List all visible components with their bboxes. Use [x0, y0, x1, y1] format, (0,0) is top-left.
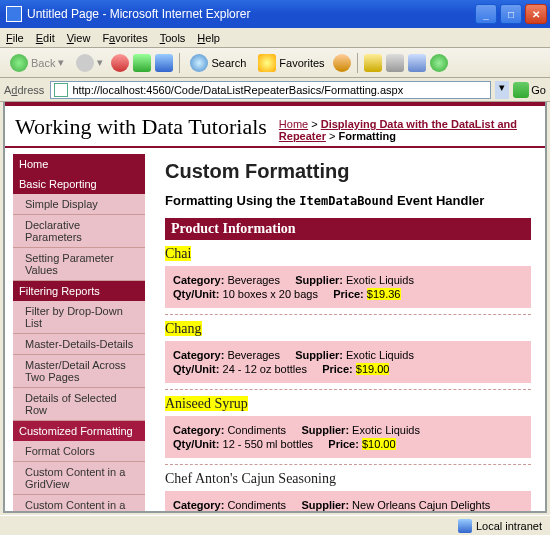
- site-title: Working with Data Tutorials: [15, 114, 267, 140]
- window-buttons: _ □ ✕: [475, 4, 550, 24]
- star-icon: [258, 54, 276, 72]
- menu-tools[interactable]: Tools: [160, 32, 186, 44]
- url-text: http://localhost:4560/Code/DataListRepea…: [72, 84, 403, 96]
- back-button[interactable]: Back ▾: [6, 52, 68, 74]
- url-input[interactable]: http://localhost:4560/Code/DataListRepea…: [50, 81, 491, 99]
- edit-icon[interactable]: [408, 54, 426, 72]
- product-details: Category: Beverages Supplier: Exotic Liq…: [165, 341, 531, 383]
- zone-icon: [458, 519, 472, 533]
- sidebar-nav: HomeBasic ReportingSimple DisplayDeclara…: [5, 148, 145, 513]
- url-dropdown-icon[interactable]: ▾: [495, 81, 509, 99]
- window-titlebar: Untitled Page - Microsoft Internet Explo…: [0, 0, 550, 28]
- back-label: Back: [31, 57, 55, 69]
- separator: [179, 53, 180, 73]
- print-icon[interactable]: [386, 54, 404, 72]
- search-label: Search: [211, 57, 246, 69]
- sidebar-item[interactable]: Custom Content in a GridView: [13, 462, 145, 495]
- product-name: Aniseed Syrup: [165, 396, 531, 412]
- go-label: Go: [531, 84, 546, 96]
- product-details: Category: Condiments Supplier: New Orlea…: [165, 491, 531, 513]
- product-details: Category: Beverages Supplier: Exotic Liq…: [165, 266, 531, 308]
- separator: [357, 53, 358, 73]
- back-icon: [10, 54, 28, 72]
- address-bar: Address http://localhost:4560/Code/DataL…: [0, 78, 550, 102]
- menu-view[interactable]: View: [67, 32, 91, 44]
- browser-viewport: Working with Data Tutorials Home > Displ…: [3, 102, 547, 513]
- go-icon: [513, 82, 529, 98]
- address-label: Address: [4, 84, 44, 96]
- maximize-button[interactable]: □: [500, 4, 522, 24]
- favorites-label: Favorites: [279, 57, 324, 69]
- sidebar-head[interactable]: Customized Formatting: [13, 421, 145, 441]
- breadcrumb-home[interactable]: Home: [279, 118, 308, 130]
- menu-bar: FFileile Edit View Favorites Tools Help: [0, 28, 550, 48]
- product-name: Chef Anton's Cajun Seasoning: [165, 471, 531, 487]
- menu-help[interactable]: Help: [197, 32, 220, 44]
- sidebar-item[interactable]: Master/Detail Across Two Pages: [13, 355, 145, 388]
- breadcrumb-current: Formatting: [338, 130, 395, 142]
- toolbar: Back ▾ ▾ Search Favorites: [0, 48, 550, 78]
- search-icon: [190, 54, 208, 72]
- sidebar-head[interactable]: Home: [13, 154, 145, 174]
- page-heading: Custom Formatting: [165, 160, 531, 183]
- close-button[interactable]: ✕: [525, 4, 547, 24]
- sidebar-item[interactable]: Details of Selected Row: [13, 388, 145, 421]
- zone-label: Local intranet: [476, 520, 542, 532]
- sidebar-item[interactable]: Simple Display: [13, 194, 145, 215]
- messenger-icon[interactable]: [430, 54, 448, 72]
- site-header: Working with Data Tutorials Home > Displ…: [5, 106, 545, 148]
- product-list: ChaiCategory: Beverages Supplier: Exotic…: [165, 246, 531, 513]
- go-button[interactable]: Go: [513, 82, 546, 98]
- favorites-button[interactable]: Favorites: [254, 52, 328, 74]
- product-name: Chang: [165, 321, 531, 337]
- page-subheading: Formatting Using the ItemDataBound Event…: [165, 193, 531, 208]
- forward-button: ▾: [72, 52, 107, 74]
- menu-edit[interactable]: Edit: [36, 32, 55, 44]
- main-content: Custom Formatting Formatting Using the I…: [145, 148, 545, 513]
- stop-icon[interactable]: [111, 54, 129, 72]
- panel-title: Product Information: [165, 218, 531, 240]
- mail-icon[interactable]: [364, 54, 382, 72]
- sidebar-head[interactable]: Basic Reporting: [13, 174, 145, 194]
- refresh-icon[interactable]: [133, 54, 151, 72]
- search-button[interactable]: Search: [186, 52, 250, 74]
- history-icon[interactable]: [333, 54, 351, 72]
- breadcrumb: Home > Displaying Data with the DataList…: [279, 114, 535, 142]
- product-details: Category: Condiments Supplier: Exotic Li…: [165, 416, 531, 458]
- menu-favorites[interactable]: Favorites: [102, 32, 147, 44]
- window-title: Untitled Page - Microsoft Internet Explo…: [27, 7, 475, 21]
- sidebar-item[interactable]: Custom Content in a DetailsView: [13, 495, 145, 513]
- product-name: Chai: [165, 246, 531, 262]
- home-icon[interactable]: [155, 54, 173, 72]
- ie-icon: [6, 6, 22, 22]
- sidebar-head[interactable]: Filtering Reports: [13, 281, 145, 301]
- sidebar-item[interactable]: Declarative Parameters: [13, 215, 145, 248]
- sidebar-item[interactable]: Format Colors: [13, 441, 145, 462]
- page-favicon-icon: [54, 83, 68, 97]
- forward-icon: [76, 54, 94, 72]
- status-bar: Local intranet: [0, 515, 550, 535]
- sidebar-item[interactable]: Filter by Drop-Down List: [13, 301, 145, 334]
- minimize-button[interactable]: _: [475, 4, 497, 24]
- sidebar-item[interactable]: Master-Details-Details: [13, 334, 145, 355]
- menu-file[interactable]: FFileile: [6, 32, 24, 44]
- sidebar-item[interactable]: Setting Parameter Values: [13, 248, 145, 281]
